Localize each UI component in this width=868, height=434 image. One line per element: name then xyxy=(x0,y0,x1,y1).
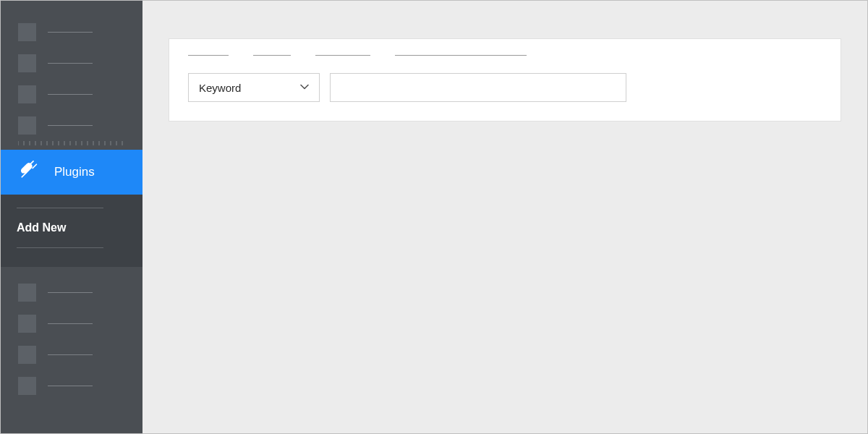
sidebar-item-placeholder[interactable] xyxy=(1,370,142,401)
sidebar-separator-ticks xyxy=(1,141,142,150)
sidebar-item-placeholder[interactable] xyxy=(1,17,142,48)
plugin-search-input[interactable] xyxy=(330,73,626,102)
menu-label-placeholder xyxy=(48,94,93,95)
menu-icon-placeholder xyxy=(18,346,36,364)
menu-label-placeholder xyxy=(48,292,93,293)
search-type-value: Keyword xyxy=(199,82,241,94)
plugin-search-row: Keyword xyxy=(188,73,822,102)
admin-sidebar: Plugins Add New xyxy=(1,1,142,433)
menu-icon-placeholder xyxy=(18,377,36,395)
plug-icon xyxy=(18,161,38,184)
sidebar-item-label: Plugins xyxy=(54,165,95,179)
menu-icon-placeholder xyxy=(18,284,36,302)
svg-line-20 xyxy=(33,164,36,168)
menu-label-placeholder xyxy=(48,323,93,324)
sidebar-item-placeholder[interactable] xyxy=(1,339,142,370)
sidebar-item-plugins[interactable]: Plugins xyxy=(1,150,142,195)
filter-tab-placeholder[interactable] xyxy=(253,55,291,56)
active-menu-pointer-icon xyxy=(142,165,150,179)
menu-label-placeholder xyxy=(48,125,93,126)
filter-tab-placeholder[interactable] xyxy=(315,55,370,56)
menu-label-placeholder xyxy=(48,63,93,64)
menu-label-placeholder xyxy=(48,354,93,355)
sidebar-item-placeholder[interactable] xyxy=(1,110,142,141)
filter-tab-placeholder[interactable] xyxy=(395,55,527,56)
search-type-select[interactable]: Keyword xyxy=(188,73,320,102)
menu-icon-placeholder xyxy=(18,116,36,135)
menu-label-placeholder xyxy=(48,386,93,386)
sidebar-item-placeholder[interactable] xyxy=(1,277,142,308)
menu-icon-placeholder xyxy=(18,85,36,103)
submenu-item-placeholder[interactable] xyxy=(17,247,103,248)
menu-icon-placeholder xyxy=(18,315,36,333)
chevron-down-icon xyxy=(299,81,310,95)
menu-icon-placeholder xyxy=(18,23,36,41)
plugin-search-panel: Keyword xyxy=(169,38,841,122)
sidebar-submenu-plugins: Add New xyxy=(1,195,142,267)
submenu-item-add-new[interactable]: Add New xyxy=(17,214,127,242)
sidebar-item-placeholder[interactable] xyxy=(1,48,142,79)
plugin-filter-tabs xyxy=(188,55,822,73)
submenu-item-placeholder[interactable] xyxy=(17,208,103,208)
sidebar-item-placeholder[interactable] xyxy=(1,308,142,339)
main-content: Keyword xyxy=(142,1,867,433)
sidebar-item-placeholder[interactable] xyxy=(1,79,142,110)
menu-icon-placeholder xyxy=(18,54,36,72)
menu-label-placeholder xyxy=(48,32,93,33)
filter-tab-placeholder[interactable] xyxy=(188,55,229,56)
